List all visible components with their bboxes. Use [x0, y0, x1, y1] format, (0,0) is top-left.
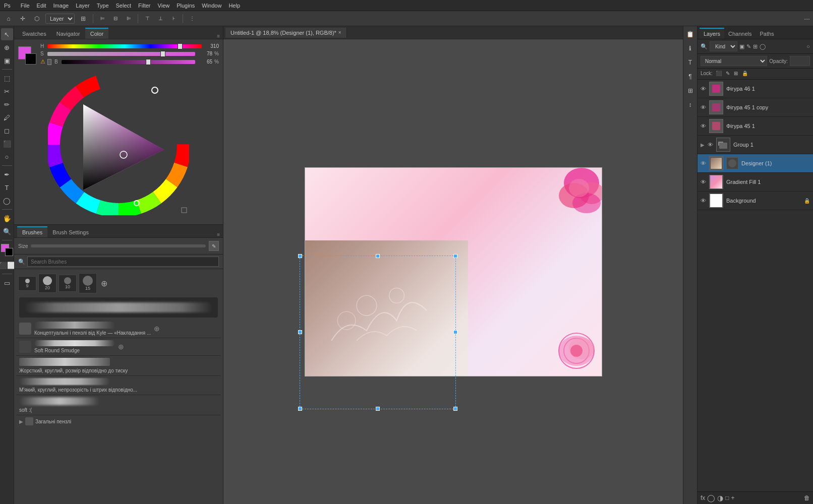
brush-item-2[interactable]: Soft Round Smudge ⊕	[16, 338, 221, 356]
new-adjustment-btn[interactable]: ◑	[717, 494, 723, 502]
layer-visibility-6[interactable]: 👁	[701, 198, 706, 204]
color-wheel-svg[interactable]	[48, 74, 189, 215]
layer-filter-icon-2[interactable]: ✎	[746, 43, 751, 50]
menu-window[interactable]: Window	[202, 3, 221, 9]
brush-item-1[interactable]: Концептуальні і пензлі від Kyle — «Накла…	[16, 320, 221, 338]
foreground-background-colors[interactable]	[0, 243, 14, 258]
tab-color[interactable]: Color	[85, 28, 108, 39]
tab-channels[interactable]: Channels	[724, 29, 756, 39]
gradient-tool[interactable]: ⬛	[1, 138, 13, 150]
menu-type[interactable]: Type	[97, 3, 109, 9]
new-group-btn[interactable]: □	[725, 494, 729, 501]
sel-handle-br[interactable]	[453, 407, 457, 411]
grid-icon[interactable]: ⊞	[78, 13, 89, 24]
brush-item-5[interactable]: soft :(	[16, 395, 221, 415]
bottom-color-indicator[interactable]	[134, 200, 140, 206]
brush-preset-4[interactable]: 15	[79, 273, 97, 293]
menu-filter[interactable]: Filter	[138, 3, 150, 9]
layer-item-0[interactable]: 👁 Фігура 46 1	[698, 80, 813, 98]
clone-tool[interactable]: 🖊	[1, 111, 13, 123]
layer-visibility-3[interactable]: 👁	[708, 142, 713, 148]
hue-slider[interactable]	[47, 44, 202, 48]
align-bottom-icon[interactable]: ⊦	[168, 14, 179, 24]
text-tool[interactable]: T	[1, 181, 13, 194]
layer-select[interactable]: Layer	[45, 14, 75, 24]
lasso-tool[interactable]: ⬚	[1, 72, 13, 84]
brush-tool[interactable]: ✏	[1, 98, 13, 110]
canvas-tab-1[interactable]: Untitled-1 @ 18,8% (Designer (1), RGB/8)…	[225, 28, 347, 38]
lock-position-icon[interactable]: ✎	[725, 70, 731, 77]
tab-layers[interactable]: Layers	[700, 28, 724, 39]
tab-navigator[interactable]: Navigator	[51, 28, 85, 39]
quick-mask-tool[interactable]: ⬛⬜	[1, 259, 13, 271]
layer-item-1[interactable]: 👁 Фігура 45 1 copy	[698, 98, 813, 117]
align-center-v-icon[interactable]: ⊥	[155, 14, 165, 24]
brush-item-1-add[interactable]: ⊕	[154, 325, 160, 333]
zoom-tool[interactable]: 🔍	[1, 225, 13, 237]
layer-item-2[interactable]: 👁 Фігура 45 1	[698, 117, 813, 136]
brush-size-slider[interactable]	[31, 244, 206, 247]
canvas-viewport[interactable]	[223, 39, 683, 504]
menu-view[interactable]: View	[158, 3, 170, 9]
brush-preset-2[interactable]: 20	[38, 274, 56, 293]
menu-image[interactable]: Image	[53, 3, 69, 9]
layers-kind-select[interactable]: Kind	[710, 41, 737, 51]
menu-plugins[interactable]: Plugins	[177, 3, 195, 9]
delete-layer-btn[interactable]: 🗑	[804, 494, 810, 501]
new-layer-btn[interactable]: +	[731, 494, 735, 501]
layer-item-5[interactable]: 👁 Gradient Fill 1	[698, 173, 813, 192]
shape-tool[interactable]: ◯	[1, 195, 13, 207]
brushes-panel-collapse[interactable]: ≡	[217, 232, 220, 237]
brush-item-2-add[interactable]: ⊕	[118, 343, 124, 351]
brush-item-3[interactable]: Жорсткий, круглий, розмір відповідно до …	[16, 356, 221, 376]
tab-paths[interactable]: Paths	[756, 29, 778, 39]
hand-tool[interactable]: 🖐	[1, 212, 13, 224]
eraser-tool[interactable]: ◻	[1, 124, 13, 137]
layer-visibility-0[interactable]: 👁	[701, 86, 706, 92]
layer-item-3[interactable]: ▶ 👁 Group 1	[698, 136, 813, 154]
tab-brush-settings[interactable]: Brush Settings	[47, 227, 94, 237]
brush-preset-1[interactable]: 9	[18, 276, 36, 291]
info-icon[interactable]: ℹ	[684, 42, 696, 54]
layer-visibility-4[interactable]: 👁	[701, 160, 706, 166]
menu-help[interactable]: Help	[228, 3, 240, 9]
align-left-icon[interactable]: ⊨	[97, 14, 107, 24]
healing-tool[interactable]: ✂	[1, 85, 13, 97]
sel-handle-ml[interactable]	[298, 330, 302, 334]
menu-layer[interactable]: Layer	[76, 3, 90, 9]
brush-tool-options-icon[interactable]: ⬡	[31, 13, 42, 24]
distribute-icon[interactable]: ⋮	[187, 14, 197, 24]
home-icon[interactable]: ⌂	[3, 13, 14, 24]
add-layer-style-btn[interactable]: fx	[701, 494, 705, 501]
tab-swatches[interactable]: Swatches	[17, 28, 51, 39]
adjustments-icon[interactable]: ↕	[684, 99, 696, 111]
sel-handle-tl[interactable]	[298, 254, 302, 258]
layer-visibility-5[interactable]: 👁	[701, 179, 706, 185]
layer-visibility-1[interactable]: 👁	[701, 104, 706, 110]
properties-icon[interactable]: ⊞	[684, 85, 696, 97]
menu-edit[interactable]: Edit	[37, 3, 46, 9]
history-icon[interactable]: 📋	[684, 28, 696, 40]
screen-mode-tool[interactable]: ▭	[1, 277, 13, 289]
panel-resize-handle[interactable]	[182, 208, 187, 213]
layer-filter-icon-4[interactable]: ◯	[760, 43, 766, 50]
panel-collapse-icon[interactable]: ≡	[217, 33, 220, 39]
align-center-h-icon[interactable]: ⊟	[110, 14, 121, 24]
sel-handle-bm[interactable]	[376, 407, 380, 411]
brush-item-4[interactable]: М'який, круглий, непрозорість і штрих ві…	[16, 376, 221, 395]
tab-brushes[interactable]: Brushes	[17, 226, 47, 237]
layer-filter-icon-1[interactable]: ▣	[739, 43, 744, 50]
hue-thumb[interactable]	[178, 43, 183, 49]
background-color-swatch[interactable]	[25, 53, 36, 65]
move-tool[interactable]: ↖	[1, 28, 13, 40]
brush-preset-3[interactable]: 10	[59, 275, 77, 292]
dodge-tool[interactable]: ○	[1, 151, 13, 163]
menu-file[interactable]: File	[21, 3, 30, 9]
sel-handle-bl[interactable]	[298, 407, 302, 411]
layer-filter-icon-3[interactable]: ⊞	[753, 43, 758, 50]
sat-thumb[interactable]	[160, 51, 165, 57]
lock-artboard-icon[interactable]: ⊞	[733, 70, 739, 77]
opacity-input[interactable]	[790, 56, 810, 66]
layer-visibility-2[interactable]: 👁	[701, 123, 706, 129]
layer-item-4[interactable]: 👁 Designer (1)	[698, 154, 813, 173]
